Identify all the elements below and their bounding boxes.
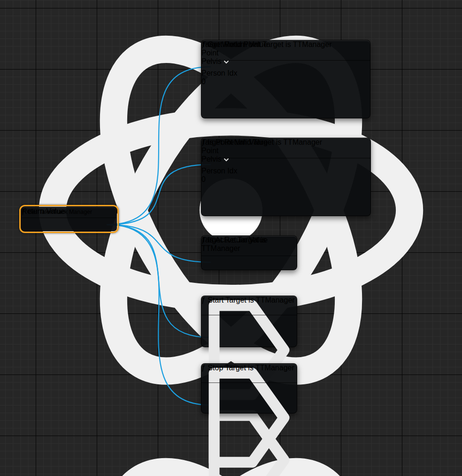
node-title: Stop — [208, 364, 223, 372]
node-subtitle: Target is TTManager — [253, 138, 322, 146]
wire-to-stop[interactable] — [107, 225, 210, 405]
node-header: ƒ Get World Point Target is TTManager — [201, 40, 370, 61]
node-title: Get TalenTrack Manager — [28, 209, 92, 215]
pin-label-person-idx: Person Idx — [201, 69, 237, 77]
function-icon: ƒ — [201, 40, 206, 48]
exec-out-pin[interactable] — [201, 474, 297, 476]
node-get-talentrack-manager[interactable]: ƒ Get TalenTrack Manager Return Value — [21, 207, 117, 231]
chevron-down-icon — [223, 158, 229, 162]
selection-border: ƒ Get TalenTrack Manager Return Value — [19, 205, 119, 233]
node-header: ƒ Is Point Valid Target is TTManager — [201, 138, 370, 158]
node-get-world-point[interactable]: ƒ Get World Point Target is TTManager Ta… — [201, 40, 370, 118]
node-subtitle: Target is TTManager — [225, 364, 294, 372]
wire-to-is-active[interactable] — [107, 225, 210, 262]
function-icon: ƒ — [201, 364, 206, 372]
pin-label-person-idx: Person Idx — [201, 167, 237, 175]
function-icon: ƒ — [201, 296, 206, 304]
node-start[interactable]: ƒ Start Target is TTManager Target Retur… — [201, 296, 297, 347]
node-header: ƒ Stop Target is TTManager — [201, 364, 297, 383]
function-icon: ƒ — [201, 236, 206, 244]
node-header: ƒ Is Active Target is TTManager — [201, 236, 297, 256]
node-title: Is Active — [208, 236, 236, 244]
node-is-point-valid[interactable]: ƒ Is Point Valid Target is TTManager Tar… — [201, 138, 371, 216]
node-subtitle: Target is TTManager — [225, 296, 294, 304]
node-title: Start — [208, 296, 223, 304]
wire-to-get-world-point[interactable] — [107, 67, 210, 225]
node-header: ƒ Get TalenTrack Manager — [22, 207, 116, 218]
person-idx-input[interactable]: 0 — [201, 175, 370, 184]
node-stop[interactable]: ƒ Stop Target is TTManager Target Return… — [201, 363, 297, 414]
node-title: Is Point Valid — [208, 138, 251, 146]
person-idx-input[interactable]: 0 — [201, 78, 370, 86]
node-header: ƒ Start Target is TTManager — [201, 296, 297, 315]
function-icon: ƒ — [201, 138, 206, 146]
node-is-active[interactable]: ƒ Is Active Target is TTManager Target R… — [201, 235, 297, 270]
chevron-down-icon — [223, 60, 229, 64]
wire-to-is-point-valid[interactable] — [107, 164, 210, 225]
node-subtitle: Target is TTManager — [262, 40, 331, 48]
node-title: Get World Point — [208, 40, 261, 48]
function-icon: ƒ — [22, 207, 26, 215]
